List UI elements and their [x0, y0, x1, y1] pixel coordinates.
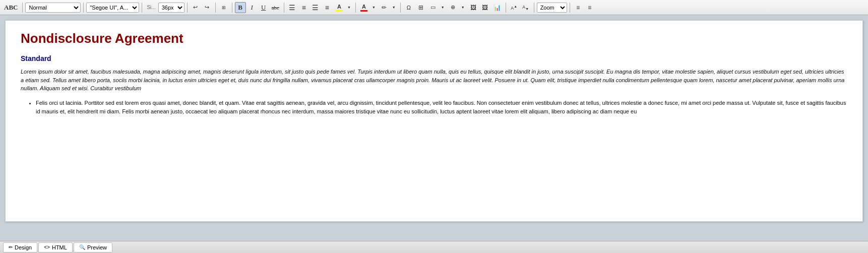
justify-button[interactable]: ≡: [322, 2, 333, 13]
strikethrough-icon: abc: [272, 5, 279, 11]
style-select[interactable]: NormalHeading 1Heading 2Heading 3: [25, 3, 81, 13]
highlight-button[interactable]: A: [334, 2, 345, 13]
design-icon: ✏: [9, 244, 13, 250]
sep5: [215, 3, 216, 13]
font-select[interactable]: "Segoe UI", A...ArialTimes New RomanVerd…: [86, 3, 139, 13]
bold-icon: B: [238, 4, 242, 12]
image-button[interactable]: 🖼: [468, 2, 479, 13]
size-label-btn: Si...: [145, 2, 157, 13]
italic-icon: I: [251, 4, 253, 12]
font-size-select[interactable]: 8px10px12px14px18px24px36px: [158, 3, 184, 13]
highlight-dropdown[interactable]: ▼: [345, 2, 353, 13]
sep9: [400, 3, 401, 13]
image2-button[interactable]: 🖼: [479, 2, 490, 13]
sep6: [232, 3, 232, 13]
redo-button[interactable]: ↪: [202, 2, 213, 13]
italic-button[interactable]: I: [246, 2, 258, 13]
strikethrough-button[interactable]: abc: [270, 2, 281, 13]
align-left-button[interactable]: ☰: [287, 2, 298, 13]
sep4: [187, 3, 188, 13]
sep10: [506, 3, 506, 13]
size-label: Si...: [147, 5, 155, 10]
design-tab-label: Design: [15, 244, 32, 250]
toolbar: ABC NormalHeading 1Heading 2Heading 3 "S…: [0, 0, 868, 15]
sep12: [570, 3, 570, 13]
font-color-icon: A: [360, 4, 367, 12]
frame-button[interactable]: ▭: [427, 2, 439, 13]
content-area: Nondisclosure Agreement Standard Lorem i…: [0, 15, 868, 241]
document-paragraph1: Lorem ipsum dolor sit amet, faucibus mal…: [21, 68, 847, 93]
sep11: [534, 3, 534, 13]
font-color-button[interactable]: A: [358, 2, 369, 13]
document[interactable]: Nondisclosure Agreement Standard Lorem i…: [5, 20, 863, 222]
align-center-button[interactable]: ≡: [298, 2, 309, 13]
insert-icon: ⊕: [451, 4, 455, 11]
format-box-button[interactable]: ⊞: [218, 2, 229, 13]
table-icon: ⊞: [418, 4, 423, 11]
preview-icon: 🔍: [79, 244, 85, 250]
preview-tab-label: Preview: [87, 244, 107, 250]
preview-tab[interactable]: 🔍 Preview: [74, 242, 112, 252]
sep3: [142, 3, 142, 13]
eraser-dropdown[interactable]: ▼: [390, 2, 398, 13]
sep8: [355, 3, 356, 13]
undo-button[interactable]: ↩: [190, 2, 201, 13]
frame-icon: ▭: [430, 4, 436, 11]
superscript-icon: A▲: [511, 5, 517, 11]
document-title: Nondisclosure Agreement: [21, 31, 847, 46]
unordered-list-button[interactable]: ≡: [584, 2, 595, 13]
sep2: [83, 3, 84, 13]
table-button[interactable]: ⊞: [415, 2, 426, 13]
unordered-list-icon: ≡: [588, 4, 591, 11]
image-icon: 🖼: [470, 4, 476, 11]
insert-dropdown[interactable]: ▼: [459, 2, 467, 13]
statusbar: ✏ Design <> HTML 🔍 Preview: [0, 241, 868, 253]
zoom-select[interactable]: Zoom: [537, 3, 567, 13]
superscript-button[interactable]: A▲: [509, 2, 520, 13]
html-tab-label: HTML: [52, 244, 67, 250]
ordered-list-icon: ≡: [576, 4, 580, 11]
chart-button[interactable]: 📊: [491, 2, 503, 13]
subscript-button[interactable]: A▼: [520, 2, 531, 13]
style-combo[interactable]: NormalHeading 1Heading 2Heading 3: [25, 3, 81, 13]
eraser-button[interactable]: ✏: [379, 2, 390, 13]
sep1: [22, 3, 23, 13]
html-icon: <>: [44, 244, 50, 250]
align-right-button[interactable]: ☰: [310, 2, 321, 13]
sep7: [284, 3, 284, 13]
spell-check-icon: ABC: [4, 4, 18, 12]
document-subtitle: Standard: [21, 54, 847, 62]
subscript-icon: A▼: [522, 5, 529, 11]
insert-button[interactable]: ⊕: [448, 2, 459, 13]
eraser-icon: ✏: [382, 4, 387, 11]
bold-button[interactable]: B: [235, 2, 246, 13]
list-item: Felis orci ut lacinia. Porttitor sed est…: [36, 99, 847, 116]
underline-button[interactable]: U: [258, 2, 269, 13]
highlight-icon: A: [336, 4, 343, 12]
html-tab[interactable]: <> HTML: [38, 242, 73, 252]
image2-icon: 🖼: [482, 4, 488, 11]
design-tab[interactable]: ✏ Design: [3, 242, 37, 252]
spell-check-button[interactable]: ABC: [2, 2, 20, 13]
font-color-dropdown[interactable]: ▼: [370, 2, 378, 13]
special-char-button[interactable]: Ω: [403, 2, 414, 13]
underline-icon: U: [261, 4, 266, 12]
frame-dropdown[interactable]: ▼: [439, 2, 447, 13]
ordered-list-button[interactable]: ≡: [573, 2, 584, 13]
document-list: Felis orci ut lacinia. Porttitor sed est…: [36, 99, 847, 116]
omega-icon: Ω: [407, 5, 411, 11]
chart-icon: 📊: [493, 4, 501, 11]
